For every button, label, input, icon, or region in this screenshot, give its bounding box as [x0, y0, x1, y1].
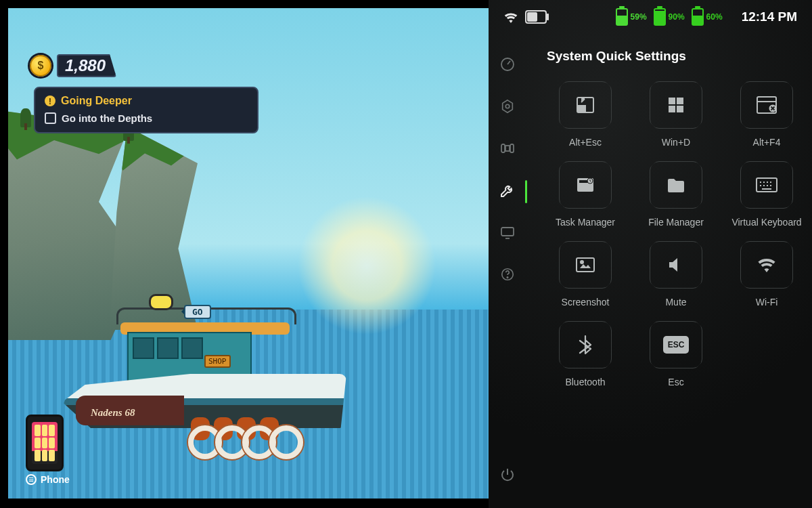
svg-rect-31	[577, 258, 594, 272]
tile-file-manager[interactable]: File Manager	[636, 161, 716, 228]
svg-rect-14	[677, 106, 683, 112]
panel-title: System Quick Settings	[547, 49, 792, 64]
tile-label: Bluetooth	[565, 377, 605, 387]
phone-icon	[26, 415, 64, 471]
svg-marker-1	[503, 100, 513, 112]
svg-rect-12	[677, 98, 683, 104]
quest-objective: Go into the Depths	[62, 112, 152, 124]
battery-2: ⚡90%	[654, 8, 685, 26]
alert-icon: !	[45, 96, 55, 106]
menu-icon	[26, 474, 37, 485]
tab-display[interactable]	[499, 224, 516, 241]
power-button[interactable]	[499, 466, 516, 484]
tile-esc[interactable]: ESC Esc	[636, 321, 716, 387]
boat-light	[149, 294, 173, 310]
battery-icon	[525, 10, 547, 24]
checkbox-icon	[45, 112, 56, 124]
wifi-icon	[503, 11, 518, 23]
tile-virtual-keyboard[interactable]: Virtual Keyboard	[727, 161, 807, 228]
tile-label: Virtual Keyboard	[731, 217, 801, 228]
shop-sign[interactable]: SHOP	[204, 355, 231, 368]
tab-help[interactable]	[499, 266, 516, 283]
tile-label: File Manager	[648, 217, 704, 228]
tab-settings[interactable]	[499, 98, 516, 115]
tile-label: Alt+F4	[753, 137, 781, 148]
tab-controller[interactable]	[499, 140, 516, 157]
tile-label: Wi-Fi	[756, 297, 778, 308]
svg-point-32	[581, 261, 583, 263]
quest-title: Going Deeper	[61, 95, 132, 107]
quest-panel: ! Going Deeper Go into the Depths	[34, 87, 258, 133]
tile-label: Esc	[668, 377, 683, 387]
tile-wifi[interactable]: Wi-Fi	[727, 241, 807, 308]
status-bar: 59% ⚡90% 60% 12:14 PM	[489, 0, 812, 34]
lifering-icon	[269, 425, 303, 459]
tree-icon	[20, 108, 31, 127]
tile-task-manager[interactable]: Task Manager	[545, 161, 625, 228]
battery-1: 59%	[616, 8, 647, 26]
tile-label: Mute	[665, 297, 686, 308]
tab-tools[interactable]	[499, 182, 516, 199]
go-badge[interactable]: GO	[184, 305, 211, 319]
money-hud: $ 1,880	[30, 54, 116, 77]
tile-label: Task Manager	[556, 217, 615, 228]
tile-bluetooth[interactable]: Bluetooth	[545, 321, 625, 387]
battery-3: 60%	[692, 8, 723, 26]
tile-alt-esc[interactable]: Alt+Esc	[545, 81, 625, 148]
phone-widget[interactable]: Phone	[26, 415, 70, 485]
game-viewport: $ 1,880 ! Going Deeper Go into the Depth…	[8, 8, 489, 499]
svg-rect-10	[577, 105, 586, 112]
tile-win-d[interactable]: Win+D	[636, 81, 716, 148]
system-overlay: 59% ⚡90% 60% 12:14 PM	[489, 0, 812, 508]
tile-label: Screenshot	[562, 297, 610, 308]
tile-mute[interactable]: Mute	[636, 241, 716, 308]
svg-rect-6	[501, 228, 514, 236]
tile-label: Win+D	[662, 137, 690, 148]
esc-key-icon: ESC	[663, 336, 690, 354]
overlay-sidebar	[489, 34, 526, 508]
boat: GO SHOP Nadens 68	[62, 293, 360, 442]
phone-label: Phone	[41, 474, 70, 485]
svg-rect-3	[501, 144, 505, 152]
coin-icon: $	[30, 55, 51, 77]
boat-name: Nadens 68	[91, 408, 135, 418]
clock: 12:14 PM	[742, 9, 797, 24]
svg-rect-5	[505, 146, 510, 151]
boat-cabin	[125, 322, 280, 379]
svg-point-8	[507, 277, 508, 278]
svg-rect-4	[510, 144, 514, 152]
tile-alt-f4[interactable]: Alt+F4	[727, 81, 807, 148]
quick-settings-panel: System Quick Settings Alt+Esc Win+D Alt+…	[526, 34, 812, 508]
svg-point-2	[505, 104, 510, 108]
svg-rect-13	[669, 106, 675, 112]
money-value: 1,880	[57, 54, 116, 77]
tile-label: Alt+Esc	[569, 137, 602, 148]
tile-screenshot[interactable]: Screenshot	[545, 241, 625, 308]
svg-rect-11	[669, 98, 675, 104]
tab-performance[interactable]	[499, 56, 516, 73]
